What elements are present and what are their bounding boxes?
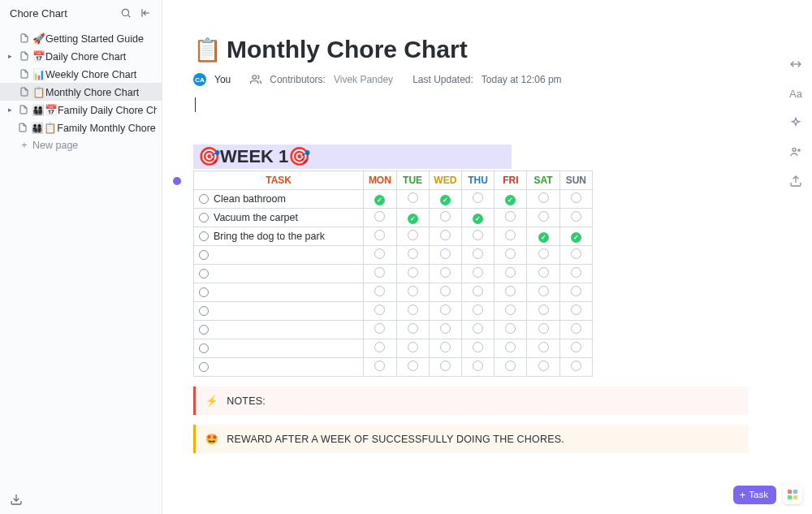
day-cell[interactable]: [461, 246, 494, 265]
day-cell[interactable]: [429, 339, 461, 358]
day-cell[interactable]: [495, 321, 527, 339]
day-cell[interactable]: [461, 190, 494, 209]
check-done-icon[interactable]: ✓: [473, 214, 483, 224]
day-cell[interactable]: [396, 227, 429, 246]
day-cell[interactable]: [364, 246, 396, 265]
table-row[interactable]: [194, 283, 593, 302]
day-cell[interactable]: [527, 358, 559, 377]
check-empty-icon[interactable]: [505, 361, 516, 371]
check-empty-icon[interactable]: [538, 192, 549, 203]
task-cell[interactable]: [194, 283, 364, 302]
table-row[interactable]: [194, 321, 593, 339]
check-empty-icon[interactable]: [571, 342, 581, 352]
week-heading[interactable]: 🎯WEEK 1🎯: [193, 145, 512, 169]
check-empty-icon[interactable]: [374, 267, 385, 278]
task-cell[interactable]: Bring the dog to the park: [194, 227, 364, 246]
check-empty-icon[interactable]: [538, 248, 549, 259]
day-cell[interactable]: [559, 209, 592, 227]
search-icon[interactable]: [119, 6, 132, 19]
check-empty-icon[interactable]: [505, 305, 516, 315]
check-empty-icon[interactable]: [408, 192, 418, 203]
check-empty-icon[interactable]: [473, 361, 483, 371]
table-row[interactable]: Clean bathroom✓✓✓: [194, 190, 593, 209]
sidebar-item[interactable]: ▸🚀Getting Started Guide: [0, 29, 162, 47]
table-row[interactable]: [194, 302, 593, 321]
check-done-icon[interactable]: ✓: [571, 232, 581, 243]
day-cell[interactable]: [559, 321, 592, 339]
day-cell[interactable]: [559, 246, 592, 265]
day-cell[interactable]: ✓: [364, 190, 396, 209]
day-cell[interactable]: [495, 339, 527, 358]
task-cell[interactable]: Vacuum the carpet: [194, 209, 364, 227]
check-empty-icon[interactable]: [505, 230, 516, 240]
notes-text[interactable]: NOTES:: [227, 395, 266, 407]
check-empty-icon[interactable]: [440, 305, 451, 315]
day-cell[interactable]: [461, 358, 494, 377]
ai-icon[interactable]: [788, 115, 803, 130]
sidebar-item[interactable]: ▸👨‍👩‍👧‍👦📅Family Daily Chore Chart: [0, 101, 162, 119]
task-name[interactable]: Clean bathroom: [214, 193, 286, 205]
day-cell[interactable]: [495, 227, 527, 246]
day-cell[interactable]: [396, 283, 429, 302]
check-empty-icon[interactable]: [571, 305, 581, 315]
sidebar-item[interactable]: ▸📅Daily Chore Chart: [0, 47, 162, 65]
day-cell[interactable]: [429, 283, 461, 302]
day-cell[interactable]: ✓: [429, 190, 461, 209]
page-title[interactable]: 📋 Monthly Chore Chart: [193, 36, 749, 63]
day-cell[interactable]: [364, 358, 396, 377]
reward-text[interactable]: REWARD AFTER A WEEK OF SUCCESSFULLY DOIN…: [227, 434, 564, 445]
day-cell[interactable]: [495, 358, 527, 377]
day-cell[interactable]: [559, 265, 592, 283]
day-cell[interactable]: [559, 358, 592, 377]
table-row[interactable]: Vacuum the carpet✓✓: [194, 209, 593, 227]
task-checkbox[interactable]: [199, 269, 209, 279]
sidebar-item[interactable]: ▸📊Weekly Chore Chart: [0, 65, 162, 83]
check-empty-icon[interactable]: [408, 361, 418, 371]
owner-avatar[interactable]: CA: [193, 73, 206, 86]
workspace-title[interactable]: Chore Chart: [10, 7, 113, 19]
font-icon[interactable]: Aa: [788, 86, 803, 101]
day-cell[interactable]: [559, 339, 592, 358]
day-cell[interactable]: [364, 265, 396, 283]
check-empty-icon[interactable]: [440, 267, 451, 278]
day-cell[interactable]: [559, 190, 592, 209]
check-empty-icon[interactable]: [408, 323, 418, 334]
task-checkbox[interactable]: [199, 213, 209, 222]
check-empty-icon[interactable]: [505, 286, 516, 296]
check-empty-icon[interactable]: [473, 323, 483, 334]
day-cell[interactable]: [559, 283, 592, 302]
day-cell[interactable]: [429, 209, 461, 227]
check-empty-icon[interactable]: [473, 230, 483, 240]
check-empty-icon[interactable]: [440, 248, 451, 259]
chevron-right-icon[interactable]: ▸: [8, 106, 15, 114]
task-checkbox[interactable]: [199, 325, 209, 335]
day-cell[interactable]: [527, 339, 559, 358]
day-cell[interactable]: [396, 190, 429, 209]
task-cell[interactable]: [194, 358, 364, 377]
day-cell[interactable]: [429, 358, 461, 377]
task-cell[interactable]: [194, 302, 364, 321]
contributor-name[interactable]: Vivek Pandey: [334, 74, 393, 85]
check-empty-icon[interactable]: [408, 248, 418, 259]
new-page-button[interactable]: +New page: [0, 136, 162, 154]
check-empty-icon[interactable]: [440, 361, 451, 371]
day-cell[interactable]: [527, 209, 559, 227]
day-cell[interactable]: [527, 190, 559, 209]
check-empty-icon[interactable]: [571, 286, 581, 296]
task-checkbox[interactable]: [199, 306, 209, 316]
check-empty-icon[interactable]: [408, 305, 418, 315]
sidebar-item[interactable]: ▸👨‍👩‍👧‍👦📋Family Monthly Chore Chart: [0, 119, 162, 136]
check-empty-icon[interactable]: [473, 286, 483, 296]
check-empty-icon[interactable]: [440, 211, 451, 222]
check-empty-icon[interactable]: [408, 342, 418, 352]
check-empty-icon[interactable]: [374, 230, 385, 240]
task-checkbox[interactable]: [199, 362, 209, 372]
task-cell[interactable]: Clean bathroom: [194, 190, 364, 209]
check-empty-icon[interactable]: [571, 248, 581, 259]
day-cell[interactable]: [364, 209, 396, 227]
day-cell[interactable]: [364, 339, 396, 358]
day-cell[interactable]: [461, 283, 494, 302]
day-cell[interactable]: [559, 302, 592, 321]
check-empty-icon[interactable]: [538, 267, 549, 278]
day-cell[interactable]: [461, 339, 494, 358]
